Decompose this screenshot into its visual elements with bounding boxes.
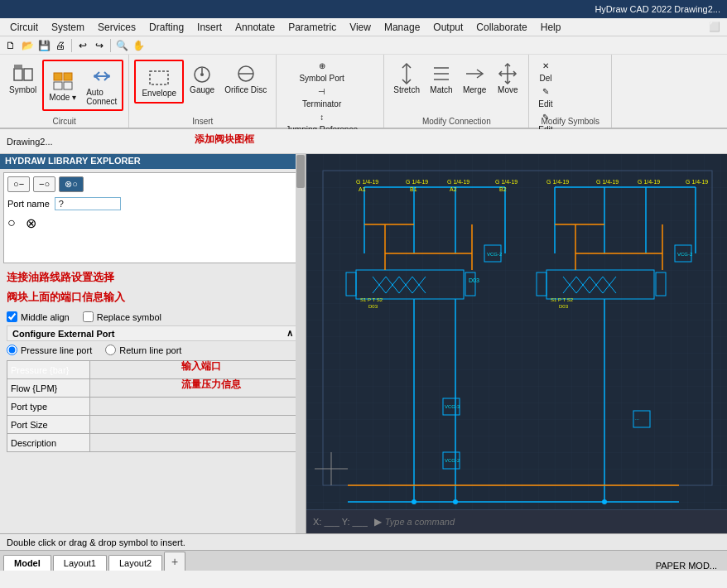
circuit-section-label: Circuit (0, 117, 128, 126)
terminator-btn[interactable]: ⊣ Terminator (282, 85, 362, 110)
merge-btn[interactable]: Merge (459, 60, 490, 97)
input-port-annotation: 输入端口 (181, 359, 221, 374)
del-icon: ✕ (542, 61, 549, 70)
svg-rect-1 (24, 69, 32, 80)
menu-annotate[interactable]: Annotate (229, 20, 282, 35)
insert-section-label: Insert (129, 117, 276, 126)
svg-rect-10 (150, 71, 168, 84)
envelope-btn[interactable]: Envelope (137, 63, 181, 100)
tab-model[interactable]: Model (3, 555, 51, 571)
svg-text:G 1/4-19: G 1/4-19 (406, 179, 428, 185)
orifice-disc-btn[interactable]: Orifice Disc (220, 60, 271, 97)
edit1-btn[interactable]: ✎ Edit (534, 85, 556, 110)
pan-btn[interactable]: ✋ (131, 38, 146, 53)
modify-symbols-label: Modify Symbols (529, 117, 611, 126)
auto-connect-btn[interactable]: AutoConnect (82, 62, 121, 108)
prop-val-flow[interactable]: 流量压力信息 (90, 379, 299, 398)
menu-collaborate[interactable]: Collaborate (469, 20, 533, 35)
svg-text:G 1/4-19: G 1/4-19 (596, 179, 619, 185)
undo-btn[interactable]: ↩ (75, 38, 90, 53)
print-btn[interactable]: 🖨 (53, 38, 68, 53)
prop-val-porttype[interactable] (90, 398, 299, 416)
svg-rect-4 (64, 73, 72, 80)
del-btn[interactable]: ✕ Del (534, 60, 556, 84)
port-name-row: Port name (7, 197, 298, 210)
svg-text:A1: A1 (359, 186, 366, 192)
pressure-port-label: Pressure line port (21, 345, 92, 355)
svg-text:D03: D03 (469, 277, 479, 283)
middle-align-checkbox[interactable] (7, 311, 17, 322)
symbol-btn[interactable]: Symbol (5, 60, 41, 97)
edit1-label: Edit (538, 99, 552, 108)
open-btn[interactable]: 📂 (20, 38, 35, 53)
window-controls: ⬜ (709, 22, 724, 32)
move-icon (496, 62, 519, 85)
svg-text:D03: D03 (559, 304, 569, 309)
prop-key-porttype: Port type (7, 398, 90, 416)
port-info-annotation: 阀块上面的端口信息输入 (7, 290, 299, 305)
configure-collapse-icon[interactable]: ∧ (286, 328, 293, 339)
mode-label: Mode ▾ (49, 93, 76, 102)
menu-help[interactable]: Help (534, 20, 568, 35)
menu-manage[interactable]: Manage (378, 20, 426, 35)
svg-text:S1   P T   S2: S1 P T S2 (551, 297, 574, 302)
middle-align-check[interactable]: Middle align (7, 311, 70, 322)
menu-system[interactable]: System (45, 20, 91, 35)
menu-drafting[interactable]: Drafting (142, 20, 190, 35)
status-bar: Double click or drag & drop symbol to in… (0, 533, 727, 550)
radio-cross[interactable]: ⊗ (26, 215, 36, 231)
return-port-radio[interactable]: Return line port (105, 345, 181, 355)
paper-mode: PAPER MOD... (656, 561, 724, 571)
svg-rect-5 (54, 82, 62, 89)
prop-row-desc: Description (7, 434, 299, 452)
cad-canvas[interactable]: G 1/4-19 G 1/4-19 G 1/4-19 G 1/4-19 A1 B… (306, 154, 727, 533)
match-btn[interactable]: Match (426, 60, 457, 97)
gauge-icon (190, 62, 214, 85)
svg-text:G 1/4-19: G 1/4-19 (356, 179, 378, 185)
prop-val-desc[interactable] (90, 434, 299, 452)
move-label: Move (498, 85, 518, 94)
stretch-btn[interactable]: Stretch (389, 60, 424, 97)
prop-val-pressure[interactable]: 输入端口 (90, 361, 299, 379)
menu-circuit[interactable]: Circuit (3, 20, 45, 35)
main-content: HYDRAW LIBRARY EXPLORER ○− −○ ⊗○ Port na… (0, 154, 727, 533)
merge-icon (463, 62, 486, 85)
menu-insert[interactable]: Insert (190, 20, 229, 35)
replace-symbol-check[interactable]: Replace symbol (83, 311, 161, 322)
tab-layout2[interactable]: Layout2 (108, 555, 162, 571)
drawing-title: Drawing2... (0, 137, 53, 147)
save-btn[interactable]: 💾 (36, 38, 51, 53)
radio-circle[interactable]: ○ (7, 215, 16, 231)
lib-tab-3[interactable]: ⊗○ (59, 176, 84, 192)
prop-val-portsize[interactable] (90, 416, 299, 434)
symbol-port-btn[interactable]: ⊕ Symbol Port (282, 60, 362, 84)
stretch-icon (395, 62, 418, 85)
scrollbar-thumb[interactable] (296, 155, 305, 188)
zoom-btn[interactable]: 🔍 (114, 38, 129, 53)
svg-text:G 1/4-19: G 1/4-19 (638, 179, 660, 185)
lib-tab-1[interactable]: ○− (7, 176, 30, 192)
redo-btn[interactable]: ↪ (92, 38, 107, 53)
menu-services[interactable]: Services (91, 20, 142, 35)
left-panel-scrollbar[interactable] (296, 154, 306, 533)
mode-btn[interactable]: Mode ▾ (45, 62, 80, 108)
prop-key-pressure: Pressure {bar} (7, 361, 90, 379)
menu-output[interactable]: Output (426, 20, 469, 35)
menu-view[interactable]: View (343, 20, 378, 35)
symbol-icon (12, 62, 35, 85)
move-btn[interactable]: Move (492, 60, 523, 97)
tab-add-btn[interactable]: + (164, 552, 185, 571)
prop-key-desc: Description (7, 434, 90, 452)
command-input[interactable] (385, 517, 720, 527)
lib-tab-2[interactable]: −○ (33, 176, 55, 192)
symbol-label: Symbol (9, 85, 36, 94)
menu-parametric[interactable]: Parametric (282, 20, 343, 35)
auto-connect-label: AutoConnect (86, 88, 117, 106)
jumping-reference-icon: ↕ (320, 113, 324, 122)
gauge-btn[interactable]: Gauge (185, 60, 219, 97)
new-btn[interactable]: 🗋 (3, 38, 18, 53)
port-name-input[interactable] (55, 197, 121, 210)
replace-symbol-checkbox[interactable] (83, 311, 94, 322)
tab-layout1[interactable]: Layout1 (53, 555, 107, 571)
pressure-port-radio[interactable]: Pressure line port (7, 345, 92, 355)
